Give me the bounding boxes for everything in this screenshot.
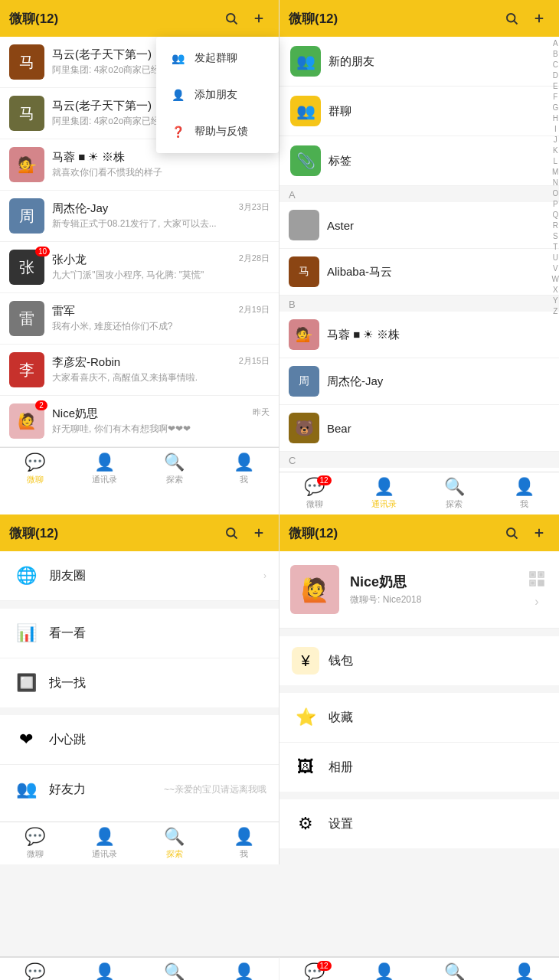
contact-aster[interactable]: Aster [280, 202, 559, 249]
wallet-icon: ¥ [292, 647, 319, 675]
tab4-contacts[interactable]: 👤 通讯录 [349, 958, 419, 980]
qr-icon[interactable]: › [525, 570, 548, 609]
chat-item[interactable]: 雷 雷军 2月19日 我有小米, 难度还怕你们不成? [0, 293, 279, 345]
dropdown-item-group-chat[interactable]: 👥 发起群聊 [156, 40, 279, 77]
tab-chat[interactable]: 12 💬 微聊 [280, 472, 349, 514]
avatar: 李 [9, 352, 44, 387]
heartbeat-icon: ❤ [12, 726, 40, 753]
panel1-tab-bar: 💬 微聊 👤 通讯录 🔍 探索 👤 我 [0, 447, 279, 490]
panel4-add-button[interactable] [528, 522, 550, 544]
me-menu2: ⭐ 收藏 🖼 相册 [280, 693, 559, 792]
avatar: 🐻 [289, 413, 319, 443]
group-chat-icon: 👥 [290, 96, 321, 126]
menu-settings[interactable]: ⚙ 设置 [280, 799, 559, 848]
contact-bear[interactable]: 🐻 Bear [280, 405, 559, 452]
tab3-chat[interactable]: 💬 微聊 [0, 958, 70, 980]
chat-tab-icon: 💬 [25, 827, 45, 847]
profile-section[interactable]: 🙋 Nice奶思 微聊号: Nice2018 › [280, 551, 559, 629]
avatar: 马 [9, 44, 44, 80]
chat-item[interactable]: 周 周杰伦-Jay 3月23日 新专辑正式于08.21发行了, 大家可以去... [0, 191, 279, 242]
menu-friendpower[interactable]: 👥 好友力 ~~亲爱的宝贝请远离我哦 [0, 765, 279, 814]
tab3-me[interactable]: 👤 我 [209, 958, 279, 980]
group-chat-item[interactable]: 👥 群聊 [280, 87, 559, 136]
chat-item[interactable]: 10 张 张小龙 2月28日 九大"门派"国攻小程序, 马化腾: "莫慌" [0, 242, 279, 293]
panel3-header: 微聊(12) [0, 514, 279, 551]
section-c-header: C [280, 452, 559, 468]
tab4-chat[interactable]: 12 💬 微聊 [280, 958, 349, 980]
panel4-header: 微聊(12) [280, 514, 559, 551]
tab-explore[interactable]: 🔍 探索 [139, 448, 209, 490]
explore-tab-icon: 🔍 [164, 452, 185, 472]
avatar: 💁 [289, 319, 319, 350]
tab-contacts[interactable]: 👤 通讯录 [70, 448, 139, 490]
new-friends-icon: 👥 [290, 46, 321, 77]
tab-me[interactable]: 👤 我 [489, 472, 559, 514]
tab3-explore[interactable]: 🔍 探索 [139, 958, 209, 980]
avatar: 周 [9, 198, 44, 234]
panel4-search-button[interactable] [501, 522, 522, 544]
dropdown-item-help[interactable]: ❓ 帮助与反馈 [156, 113, 279, 150]
panel2-search-button[interactable] [501, 8, 522, 29]
tag-icon: 📎 [290, 145, 321, 176]
unread-badge: 2 [35, 400, 47, 410]
panel2-tab-bar: 12 💬 微聊 👤 通讯录 🔍 探索 👤 我 [280, 472, 559, 514]
panel1-search-button[interactable] [221, 8, 242, 29]
menu-heartbeat[interactable]: ❤ 小心跳 [0, 715, 279, 765]
contact-alibaba[interactable]: 马 Alibaba-马云 [280, 249, 559, 296]
chat-item[interactable]: 2 🙋 Nice奶思 昨天 好无聊哇, 你们有木有想我啊❤❤❤ [0, 396, 279, 447]
new-friends-item[interactable]: 👥 新的朋友 [280, 37, 559, 87]
dropdown-item-add-friend[interactable]: 👤 添加朋友 [156, 77, 279, 113]
chat-item[interactable]: 李 李彦宏-Robin 2月15日 大家看喜庆不, 高醒值又来搞事情啦. [0, 345, 279, 396]
svg-rect-22 [538, 580, 541, 583]
tab-me[interactable]: 👤 我 [209, 448, 279, 490]
menu-album[interactable]: 🖼 相册 [280, 743, 559, 792]
svg-point-4 [507, 14, 515, 22]
panel2-add-button[interactable] [528, 8, 550, 29]
tab-chat[interactable]: 💬 微聊 [0, 448, 70, 490]
panel3-tab-bar: 💬 微聊 👤 通讯录 🔍 探索 👤 我 [0, 822, 279, 864]
svg-line-13 [514, 535, 517, 538]
menu-friend-circle[interactable]: 🌐 朋友圈 › [0, 551, 279, 601]
panel3-title: 微聊(12) [9, 524, 214, 542]
me-menu: ¥ 钱包 [280, 636, 559, 685]
panel3-add-button[interactable] [248, 522, 270, 544]
svg-point-0 [227, 14, 235, 22]
tab-me[interactable]: 👤 我 [209, 822, 279, 864]
profile-avatar: 🙋 [290, 565, 339, 614]
tab-contacts[interactable]: 👤 通讯录 [70, 822, 139, 864]
me-menu3: ⚙ 设置 [280, 799, 559, 848]
menu-kankan[interactable]: 📊 看一看 [0, 609, 279, 658]
panel1-title: 微聊(12) [9, 10, 214, 28]
profile-info: Nice奶思 微聊号: Nice2018 [350, 573, 525, 606]
menu-wallet[interactable]: ¥ 钱包 [280, 636, 559, 685]
contacts-tab-icon: 👤 [94, 452, 115, 472]
menu-favorites[interactable]: ⭐ 收藏 [280, 693, 559, 743]
svg-line-9 [234, 535, 237, 538]
explore-tab-icon: 🔍 [444, 477, 465, 497]
panel2-title: 微聊(12) [289, 10, 495, 28]
contact-jay[interactable]: 周 周杰伦-Jay [280, 358, 559, 405]
tab3-contacts[interactable]: 👤 通讯录 [70, 958, 139, 980]
group-chat-icon: 👥 [168, 49, 187, 67]
svg-line-1 [234, 21, 237, 24]
panel3-search-button[interactable] [221, 522, 242, 544]
section-a-header: A [280, 186, 559, 202]
panel1-add-button[interactable] [248, 8, 270, 29]
tab4-explore[interactable]: 🔍 探索 [420, 958, 489, 980]
svg-rect-21 [531, 582, 534, 584]
contact-marong[interactable]: 💁 马蓉 ■ ☀ ※株 [280, 312, 559, 358]
tab-explore[interactable]: 🔍 探索 [420, 472, 489, 514]
svg-rect-23 [541, 580, 544, 583]
avatar: 周 [289, 366, 319, 397]
tab4-me[interactable]: 👤 我 [489, 958, 559, 980]
friend-circle-icon: 🌐 [12, 562, 40, 590]
favorites-icon: ⭐ [292, 704, 319, 731]
settings-icon: ⚙ [292, 810, 319, 838]
unread-badge: 10 [35, 247, 50, 256]
tab-chat[interactable]: 💬 微聊 [0, 822, 70, 864]
tab-contacts[interactable]: 👤 通讯录 [349, 472, 419, 514]
tag-item[interactable]: 📎 标签 [280, 136, 559, 186]
section-b-header: B [280, 296, 559, 312]
menu-zhaozao[interactable]: 🔲 找一找 [0, 658, 279, 707]
tab-explore[interactable]: 🔍 探索 [139, 822, 209, 864]
